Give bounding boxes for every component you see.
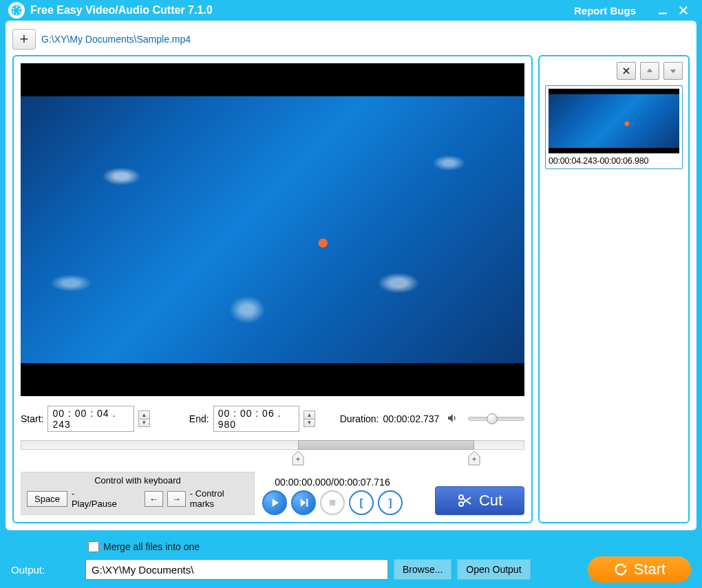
cut-button-label: Cut: [479, 492, 502, 510]
start-button[interactable]: Start: [588, 556, 691, 582]
svg-point-1: [16, 6, 17, 8]
space-keycap: Space: [27, 491, 67, 507]
mark-in-handle[interactable]: +: [290, 450, 306, 466]
clip-item[interactable]: 00:00:04.243-00:00:06.980: [545, 85, 683, 169]
clip-thumbnail: [549, 89, 679, 153]
kb-header: Control with keyboard: [27, 475, 248, 488]
browse-button[interactable]: Browse...: [394, 559, 451, 580]
svg-rect-12: [306, 499, 308, 507]
end-time-spinner[interactable]: ▲▼: [304, 411, 315, 427]
open-output-button[interactable]: Open Output: [457, 559, 530, 580]
svg-line-18: [462, 499, 471, 505]
svg-text:+: +: [471, 455, 476, 464]
kb-marks-text: - Control marks: [190, 488, 248, 509]
volume-icon[interactable]: [446, 412, 458, 426]
keyboard-help-box: Control with keyboard Space - Play/Pause…: [21, 472, 255, 515]
merge-files-label: Merge all files into one: [103, 541, 200, 552]
video-panel: Start: 00 : 00 : 04 . 243 ▲▼ End: 00 : 0…: [12, 55, 533, 523]
svg-point-3: [19, 11, 20, 12]
playback-position-text: 00:00:00.000/00:00:07.716: [260, 477, 405, 488]
mark-out-button[interactable]: ]: [378, 490, 403, 515]
stop-button[interactable]: [320, 490, 345, 515]
svg-point-5: [12, 11, 14, 12]
right-arrow-keycap: →: [167, 491, 186, 507]
mark-in-button[interactable]: [: [349, 490, 374, 515]
svg-point-4: [16, 13, 17, 14]
app-logo-icon: [8, 2, 25, 19]
add-file-button[interactable]: +: [12, 29, 36, 50]
duration-label: Duration:: [340, 413, 379, 424]
output-path-input[interactable]: [85, 559, 388, 580]
timeline-track[interactable]: + +: [21, 440, 524, 451]
cut-button[interactable]: Cut: [435, 486, 524, 515]
svg-point-6: [12, 8, 14, 10]
close-button[interactable]: [673, 0, 694, 21]
duration-value: 00:00:02.737: [383, 413, 440, 424]
svg-text:+: +: [295, 455, 300, 464]
volume-slider[interactable]: [468, 417, 524, 421]
window-title: Free Easy Video/Audio Cutter 7.1.0: [30, 4, 213, 17]
play-button[interactable]: [262, 490, 287, 515]
output-label: Output:: [11, 564, 80, 576]
mark-out-handle[interactable]: +: [466, 450, 482, 466]
svg-text:]: ]: [389, 497, 392, 508]
start-time-input[interactable]: 00 : 00 : 04 . 243: [47, 406, 134, 432]
end-time-input[interactable]: 00 : 00 : 06 . 980: [213, 406, 300, 432]
kb-playpause-text: - Play/Pause: [72, 488, 120, 509]
video-preview[interactable]: [21, 63, 524, 396]
start-button-label: Start: [634, 560, 666, 578]
move-clip-down-button[interactable]: [663, 62, 683, 80]
report-bugs-link[interactable]: Report Bugs: [574, 5, 636, 17]
play-selection-button[interactable]: [291, 490, 316, 515]
remove-clip-button[interactable]: [617, 62, 636, 80]
clips-panel: 00:00:04.243-00:00:06.980: [538, 55, 690, 523]
file-path-text: G:\XY\My Documents\Sample.mp4: [41, 34, 191, 45]
end-label: End:: [189, 413, 209, 424]
scissors-icon: [457, 492, 474, 509]
svg-line-19: [462, 497, 471, 503]
minimize-button[interactable]: [652, 0, 673, 21]
refresh-icon: [613, 562, 628, 577]
left-arrow-keycap: ←: [145, 491, 163, 507]
svg-text:[: [: [360, 497, 363, 508]
start-label: Start:: [21, 413, 43, 424]
start-time-spinner[interactable]: ▲▼: [138, 411, 150, 427]
svg-rect-13: [330, 500, 335, 505]
move-clip-up-button[interactable]: [640, 62, 659, 80]
clip-range-text: 00:00:04.243-00:00:06.980: [549, 156, 679, 166]
merge-files-checkbox[interactable]: [88, 541, 99, 552]
svg-point-2: [19, 8, 20, 10]
